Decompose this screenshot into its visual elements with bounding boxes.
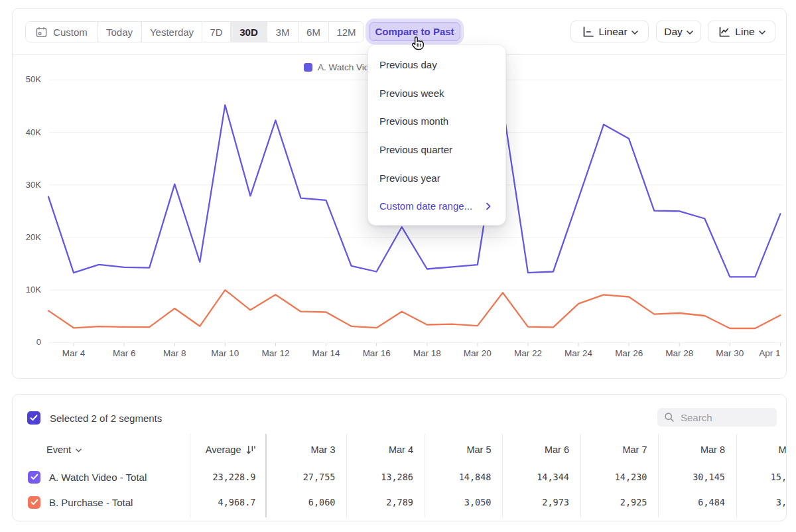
menu-item-previous-day[interactable]: Previous day (368, 50, 505, 79)
chevron-down-icon (687, 31, 693, 34)
date-column-header[interactable]: Mar 4 (389, 443, 413, 456)
date-range-yesterday[interactable]: Yesterday (142, 22, 202, 42)
x-axis-label: Mar 30 (716, 348, 744, 358)
cell-value: 13,286 (381, 470, 413, 484)
date-column-header[interactable]: Mar 9 (778, 443, 787, 456)
date-range-6m[interactable]: 6M (298, 22, 329, 42)
menu-item-previous-month[interactable]: Previous month (368, 107, 505, 135)
chevron-down-icon (76, 448, 82, 452)
table-row-watch-video: A. Watch Video - Total (28, 470, 147, 484)
cell-value: 3,118 (776, 496, 787, 509)
menu-item-previous-quarter[interactable]: Previous quarter (368, 135, 505, 164)
scale-dropdown[interactable]: Linear (570, 21, 649, 42)
compare-to-past-button[interactable]: Compare to Past (369, 22, 460, 41)
cell-value: 6,484 (698, 496, 725, 509)
column-separator (190, 434, 190, 517)
compare-to-past-menu: Previous day Previous week Previous mont… (367, 44, 506, 226)
cell-value: 14,230 (615, 470, 647, 484)
check-icon (31, 474, 38, 480)
x-axis-label: Mar 14 (312, 348, 340, 358)
segments-card: Selected 2 of 2 segments Event Average (12, 394, 787, 521)
average-column-header[interactable]: Average (206, 443, 256, 456)
date-range-30d[interactable]: 30D (231, 22, 267, 42)
x-axis-label: Mar 28 (665, 348, 693, 358)
cell-value: 6,060 (308, 496, 336, 509)
cell-average: 4,968.7 (218, 496, 256, 509)
column-separator (580, 434, 581, 517)
column-separator (736, 434, 737, 517)
search-box (657, 408, 777, 427)
check-icon (31, 499, 38, 505)
date-column-header[interactable]: Mar 3 (310, 443, 335, 456)
y-axis-label: 40K (13, 127, 41, 138)
menu-item-custom-date-range[interactable]: Custom date range... (368, 192, 505, 220)
chart-card: Custom Today Yesterday 7D 30D 3M 6M 12M … (12, 8, 787, 379)
cell-value: 2,789 (386, 496, 413, 509)
interval-dropdown[interactable]: Day (656, 21, 701, 42)
axis-scale-icon (581, 25, 594, 38)
date-range-custom[interactable]: Custom (26, 22, 98, 42)
select-all-checkbox[interactable] (27, 411, 40, 425)
x-axis-label: Mar 6 (113, 348, 136, 358)
x-axis-label: Mar 16 (363, 348, 391, 358)
row-checkbox-purchase[interactable] (28, 496, 40, 509)
cell-value: 14,344 (537, 470, 569, 484)
y-axis-label: 20K (13, 232, 41, 243)
cell-value: 15,324 (771, 470, 787, 484)
date-range-7d[interactable]: 7D (202, 22, 231, 42)
magnifier-icon (664, 412, 675, 423)
series-line-purchase (48, 290, 780, 328)
chevron-right-icon (486, 202, 491, 210)
y-axis-label: 50K (13, 74, 41, 85)
legend-swatch-watch-video (304, 63, 312, 72)
y-axis-label: 10K (13, 285, 41, 295)
table-row-purchase: B. Purchase - Total (28, 496, 133, 509)
selected-summary: Selected 2 of 2 segments (50, 413, 162, 424)
chevron-down-icon (759, 31, 765, 34)
date-column-header[interactable]: Mar 7 (622, 443, 647, 456)
x-axis-label: Mar 22 (514, 348, 542, 358)
x-axis-label: Mar 20 (464, 348, 492, 358)
sort-descending-icon (246, 445, 256, 455)
chart-type-dropdown[interactable]: Line (708, 21, 775, 42)
cell-value: 14,848 (459, 470, 492, 484)
date-column-header[interactable]: Mar 5 (466, 443, 491, 456)
line-chart-icon (718, 25, 731, 38)
cell-value: 30,145 (693, 470, 725, 484)
x-axis-label: Mar 4 (62, 348, 86, 358)
x-axis-label: Mar 10 (211, 348, 239, 358)
column-separator (658, 434, 659, 517)
x-axis-label: Mar 26 (615, 348, 643, 358)
search-input[interactable] (681, 412, 770, 423)
date-column-header[interactable]: Mar 6 (545, 443, 569, 456)
column-separator (502, 434, 503, 517)
menu-item-previous-year[interactable]: Previous year (368, 164, 505, 192)
menu-item-previous-week[interactable]: Previous week (368, 79, 505, 107)
date-range-label: Custom (53, 27, 88, 38)
date-range-control: Custom Today Yesterday 7D 30D 3M 6M 12M (25, 21, 364, 42)
column-separator-average (265, 434, 267, 517)
date-range-today[interactable]: Today (98, 22, 142, 42)
column-separator (346, 434, 347, 517)
row-label: B. Purchase - Total (49, 497, 133, 508)
x-axis-label: Mar 12 (261, 348, 289, 358)
check-icon (30, 415, 38, 421)
y-axis-label: 30K (13, 180, 41, 190)
cell-value: 3,050 (464, 496, 492, 509)
row-label: A. Watch Video - Total (49, 472, 147, 483)
x-axis-label: Apr 1 (759, 348, 780, 358)
calendar-icon (35, 26, 48, 38)
cell-average: 23,228.9 (212, 470, 255, 484)
chevron-down-icon (631, 31, 638, 34)
date-column-header[interactable]: Mar 8 (700, 443, 725, 456)
x-axis-label: Mar 24 (564, 348, 592, 358)
x-axis-label: Mar 8 (163, 348, 186, 358)
select-all-row: Selected 2 of 2 segments (27, 411, 162, 425)
date-range-12m[interactable]: 12M (329, 22, 364, 42)
date-range-3m[interactable]: 3M (267, 22, 298, 42)
row-checkbox-watch-video[interactable] (28, 471, 40, 484)
cell-value: 2,973 (542, 496, 569, 509)
event-column-header[interactable]: Event (46, 443, 82, 456)
cell-value: 2,925 (620, 496, 647, 509)
y-axis-label: 0 (13, 337, 41, 348)
